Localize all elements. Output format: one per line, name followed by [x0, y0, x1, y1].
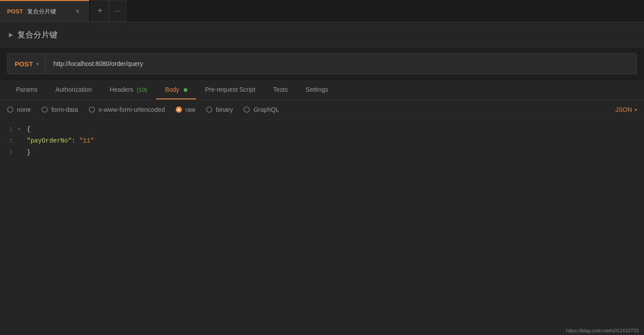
code-line-2: 2 "payOrderNo": "11" — [0, 135, 644, 147]
tab-headers[interactable]: Headers (10) — [101, 80, 156, 99]
request-tabs: Params Authorization Headers (10) Body P… — [0, 80, 644, 100]
status-bar: https://blog.csdn.net/u012410733 — [561, 326, 644, 335]
new-tab-button[interactable]: + — [91, 0, 109, 22]
line-number-1: 1 — [0, 126, 18, 133]
status-url: https://blog.csdn.net/u012410733 — [566, 328, 639, 333]
body-dot-indicator — [184, 88, 187, 92]
method-dropdown-icon: ▾ — [37, 61, 39, 66]
tab-method-label: POST — [7, 8, 23, 15]
code-line-1: 1 ▾ { — [0, 123, 644, 135]
more-tabs-button[interactable]: ··· — [109, 0, 127, 22]
tab-body[interactable]: Body — [156, 80, 196, 99]
format-selector[interactable]: JSON ▾ — [615, 106, 637, 113]
option-urlencoded-label: x-www-form-urlencoded — [99, 106, 165, 113]
option-raw[interactable]: raw — [176, 106, 196, 113]
line-number-2: 2 — [0, 138, 18, 144]
url-input[interactable] — [46, 60, 636, 67]
radio-graphql[interactable] — [244, 106, 250, 113]
code-line-3: 3 } — [0, 147, 644, 158]
method-label: POST — [15, 60, 33, 68]
tab-pre-request[interactable]: Pre-request Script — [196, 80, 264, 99]
tab-tests[interactable]: Tests — [264, 80, 297, 99]
code-key-payorderNo: "payOrderNo": "11" — [25, 137, 94, 144]
tab-close-button[interactable]: × — [73, 7, 82, 16]
format-dropdown-icon: ▾ — [635, 107, 637, 112]
option-form-data[interactable]: form-data — [41, 106, 78, 113]
main-content: ▶ 复合分片键 POST ▾ Params Authorization Head… — [0, 22, 644, 335]
option-binary[interactable]: binary — [206, 106, 233, 113]
radio-urlencoded[interactable] — [89, 106, 95, 113]
line-number-3: 3 — [0, 149, 18, 156]
option-graphql[interactable]: GraphQL — [244, 106, 279, 113]
radio-form-data[interactable] — [41, 106, 48, 113]
tab-params[interactable]: Params — [7, 80, 46, 99]
radio-none[interactable] — [7, 106, 13, 113]
option-binary-label: binary — [216, 106, 233, 113]
option-form-data-label: form-data — [51, 106, 78, 113]
active-tab[interactable]: POST 复合分片键 × — [0, 0, 89, 22]
radio-binary[interactable] — [206, 106, 212, 113]
line-fold-icon[interactable]: ▾ — [18, 127, 25, 132]
format-label: JSON — [615, 106, 632, 113]
tab-settings[interactable]: Settings — [297, 80, 337, 99]
tab-name-label: 复合分片键 — [27, 8, 56, 16]
option-none-label: none — [17, 106, 31, 113]
breadcrumb: ▶ 复合分片键 — [0, 22, 644, 48]
option-none[interactable]: none — [7, 106, 31, 113]
body-type-options: none form-data x-www-form-urlencoded raw… — [0, 100, 644, 120]
tab-bar: POST 复合分片键 × + ··· — [0, 0, 644, 22]
code-editor[interactable]: 1 ▾ { 2 "payOrderNo": "11" 3 } — [0, 120, 644, 335]
option-urlencoded[interactable]: x-www-form-urlencoded — [89, 106, 165, 113]
headers-badge: (10) — [137, 86, 147, 93]
code-open-brace: { — [25, 126, 30, 133]
option-raw-label: raw — [186, 106, 196, 113]
tab-authorization[interactable]: Authorization — [46, 80, 101, 99]
radio-raw[interactable] — [176, 106, 182, 113]
code-close-brace: } — [25, 149, 30, 156]
breadcrumb-arrow-icon: ▶ — [9, 32, 13, 38]
breadcrumb-label: 复合分片键 — [17, 29, 58, 40]
method-selector[interactable]: POST ▾ — [8, 53, 46, 74]
option-graphql-label: GraphQL — [253, 106, 279, 113]
url-bar: POST ▾ — [7, 53, 637, 74]
